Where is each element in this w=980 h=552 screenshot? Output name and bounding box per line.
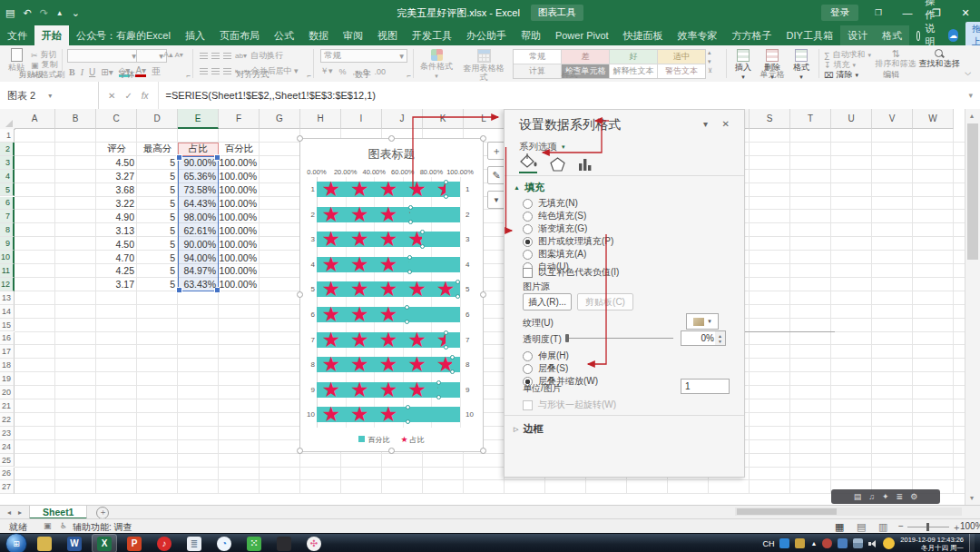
data-point-handle[interactable] (408, 220, 413, 224)
column-header-G[interactable]: G (260, 109, 300, 129)
chart-bar-track[interactable]: ★★★★★ (317, 332, 460, 348)
table-cell[interactable]: 5 (137, 170, 175, 183)
scroll-down-icon[interactable]: ▾ (970, 494, 974, 502)
wrap-text-button[interactable]: 自动换行 (250, 50, 283, 62)
fill-line-tab[interactable] (519, 153, 537, 173)
border-section-header[interactable]: ▷边框 (514, 422, 543, 436)
data-point-handle[interactable] (405, 320, 409, 324)
column-header-V[interactable]: V (872, 109, 913, 129)
clock[interactable]: 2019-12-09 12:43:26 冬月十四 周一 (900, 536, 964, 552)
ribbon-tab-3[interactable]: 插入 (178, 25, 212, 45)
ribbon-tab-5[interactable]: 公式 (267, 25, 301, 45)
table-cell[interactable]: 100.00% (219, 278, 257, 291)
sheet-tab-active[interactable]: Sheet1 (29, 506, 87, 519)
tray-icon-blue[interactable] (838, 538, 848, 548)
ribbon-tab-4[interactable]: 页面布局 (212, 25, 267, 45)
column-header-A[interactable]: A (15, 109, 55, 129)
cell-style-item[interactable]: 差 (562, 50, 609, 64)
table-cell[interactable]: 100.00% (219, 237, 257, 251)
row-header-25[interactable]: 25 (0, 454, 15, 468)
taskbar-app-netease-music[interactable]: ♪ (152, 535, 176, 552)
gallery-down-icon[interactable]: ▾ (708, 58, 712, 65)
data-point-handle[interactable] (444, 180, 448, 184)
table-cell[interactable]: 98.00% (178, 210, 216, 223)
table-cell[interactable]: 4.70 (96, 251, 134, 264)
ribbon-tab-8[interactable]: 视图 (370, 25, 405, 45)
chart-selection-handle[interactable] (297, 291, 303, 298)
sheet-prev-icon[interactable]: ◂ (7, 508, 11, 517)
fill-option-radio[interactable]: 图片或纹理填充(P) (523, 235, 613, 248)
taskbar-app-notepad[interactable]: ≣ (182, 535, 206, 552)
table-cell[interactable]: 5 (137, 156, 175, 170)
chart-bar-track[interactable]: ★★★★★ (317, 232, 460, 247)
table-cell[interactable]: 64.43% (178, 197, 216, 211)
row-header-9[interactable]: 9 (0, 237, 15, 251)
grow-font-icon[interactable]: A▴ (163, 50, 173, 59)
chart-selection-handle[interactable] (297, 135, 303, 142)
chart-star-series[interactable]: ★★★★★ (317, 253, 409, 276)
ribbon-tab-9[interactable]: 开发工具 (405, 25, 459, 45)
table-cell[interactable]: 5 (137, 197, 175, 211)
table-cell[interactable]: 5 (137, 251, 175, 264)
column-header-H[interactable]: H (300, 109, 341, 129)
chart-bar-track[interactable]: ★★★★★ (317, 307, 460, 322)
pane-options-icon[interactable]: ▾ (703, 119, 708, 129)
transparency-value-input[interactable]: 0% (681, 330, 719, 346)
taskbar-app-excel[interactable]: X (93, 535, 116, 552)
row-header-11[interactable]: 11 (0, 264, 15, 278)
chart-bar-track[interactable]: ★★★★★ (317, 257, 460, 272)
rotate-with-shape-checkbox[interactable]: 与形状一起旋转(W) (523, 399, 616, 411)
column-header-S[interactable]: S (750, 109, 790, 129)
placement-option-radio[interactable]: 伸展(H) (523, 350, 569, 362)
ribbon-tab-6[interactable]: 数据 (301, 25, 336, 45)
column-header-D[interactable]: D (137, 109, 178, 129)
row-header-27[interactable]: 27 (0, 480, 15, 494)
ribbon-tab-15[interactable]: 方方格子 (725, 25, 779, 45)
chart-star-series[interactable]: ★★★★★ (317, 403, 407, 426)
pin-icon[interactable]: ▲ (56, 9, 64, 17)
fill-section-header[interactable]: ▲填充 (514, 181, 544, 194)
ribbon-tab-7[interactable]: 审阅 (336, 25, 370, 45)
data-point-handle[interactable] (456, 280, 460, 284)
show-desktop-button[interactable] (969, 534, 975, 552)
vertical-scroll-thumb[interactable] (967, 123, 978, 260)
cloud-upload-icon[interactable]: ☁ (948, 29, 958, 42)
cell-style-item[interactable]: 好 (610, 50, 657, 64)
chart-star-series[interactable]: ★★★★★ (317, 178, 446, 201)
start-button[interactable]: ⊞ (5, 533, 27, 552)
font-size-select[interactable]: ▾ (136, 49, 167, 63)
macro-record-icon[interactable]: ▣ (44, 521, 52, 530)
table-header-cell[interactable]: 占比 (178, 143, 219, 156)
chart-star-series[interactable]: ★★★★★ (317, 203, 410, 226)
ime-icon[interactable] (795, 538, 805, 548)
chart-star-series[interactable]: ★★★★★ (317, 278, 457, 301)
table-cell[interactable]: 84.97% (178, 264, 216, 278)
find-select-button[interactable]: 查找和选择 (918, 49, 960, 68)
chart-selection-handle[interactable] (297, 448, 303, 454)
ribbon-tab-13[interactable]: 快捷面板 (616, 25, 671, 45)
name-box[interactable]: 图表 2 ▾ (0, 82, 99, 109)
sign-in-button[interactable]: 登录 (821, 5, 858, 21)
sort-filter-button[interactable]: ⇅ 排序和筛选 (875, 49, 916, 68)
language-indicator[interactable]: CH (762, 539, 774, 548)
table-cell[interactable]: 100.00% (219, 264, 257, 278)
save-icon[interactable]: ▤ (5, 7, 15, 19)
table-cell[interactable]: 5 (137, 237, 175, 251)
table-cell[interactable]: 63.43% (178, 278, 216, 291)
transparency-slider[interactable] (566, 338, 673, 339)
table-cell[interactable]: 62.61% (178, 223, 216, 237)
row-header-12[interactable]: 12 (0, 278, 15, 291)
row-header-22[interactable]: 22 (0, 413, 15, 427)
number-format-select[interactable]: 常规▾ (320, 49, 407, 63)
table-header-cell[interactable]: 最高分 (137, 143, 178, 156)
chart-selection-handle[interactable] (388, 135, 395, 142)
redo-icon[interactable]: ↷ (40, 7, 48, 19)
accessibility-status[interactable]: 辅助功能: 调查 (73, 521, 132, 534)
weather-icon[interactable] (883, 537, 895, 549)
column-header-K[interactable]: K (423, 109, 464, 129)
table-cell[interactable]: 4.25 (96, 264, 134, 278)
fill-option-radio[interactable]: 无填充(N) (523, 197, 578, 210)
table-cell[interactable]: 4.90 (96, 210, 134, 223)
table-cell[interactable]: 3.13 (96, 223, 134, 237)
table-cell[interactable]: 90.00% (178, 237, 216, 251)
